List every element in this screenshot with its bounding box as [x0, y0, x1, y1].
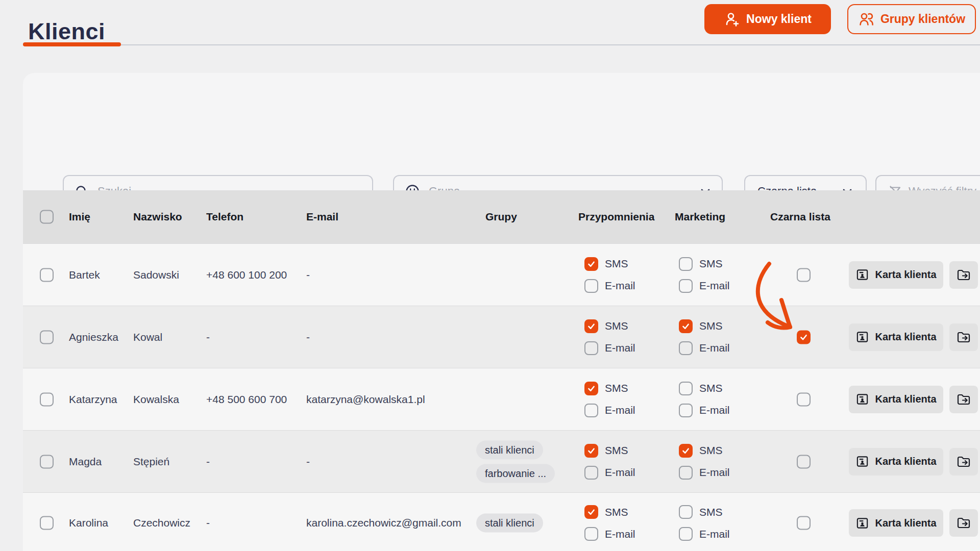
group-pill: stali klienci — [476, 440, 543, 459]
move-to-group-button[interactable] — [949, 448, 978, 475]
client-card-button-label: Karta klienta — [875, 331, 936, 343]
contact-card-icon — [855, 268, 869, 282]
blacklist-checkbox[interactable] — [797, 455, 811, 468]
col-marketing: Marketing — [675, 211, 725, 223]
col-first-name: Imię — [69, 211, 90, 223]
first-name-cell: Magda — [69, 456, 102, 468]
last-name-cell: Sadowski — [133, 269, 179, 281]
last-name-cell: Kowal — [133, 331, 162, 343]
marketing-cell: SMS E-mail — [679, 319, 730, 355]
reminders-sms-checkbox[interactable] — [584, 257, 598, 271]
last-name-cell: Kowalska — [133, 393, 179, 406]
row-select-checkbox[interactable] — [40, 516, 54, 530]
row-select-checkbox[interactable] — [40, 392, 54, 406]
reminders-sms-checkbox[interactable] — [584, 319, 598, 333]
client-card-button[interactable]: Karta klienta — [849, 261, 943, 289]
marketing-sms-checkbox[interactable] — [679, 382, 693, 395]
row-select-checkbox[interactable] — [40, 330, 54, 344]
first-name-cell: Agnieszka — [69, 331, 118, 343]
marketing-cell: SMS E-mail — [679, 505, 730, 541]
marketing-sms-checkbox[interactable] — [679, 444, 693, 458]
col-email: E-mail — [306, 211, 338, 223]
reminders-sms-checkbox[interactable] — [584, 505, 598, 519]
phone-cell: - — [206, 456, 210, 468]
marketing-sms-checkbox[interactable] — [679, 319, 693, 333]
page-title: Klienci — [28, 18, 105, 45]
email-cell: - — [306, 331, 310, 343]
table-row: Karolina Czechowicz - karolina.czechowic… — [23, 492, 980, 551]
reminders-cell: SMS E-mail — [584, 257, 635, 293]
col-groups: Grupy — [485, 211, 517, 223]
title-divider-accent — [23, 42, 121, 46]
marketing-cell: SMS E-mail — [679, 382, 730, 417]
phone-cell: +48 600 100 200 — [206, 269, 287, 281]
reminders-sms-checkbox[interactable] — [584, 444, 598, 458]
marketing-cell: SMS E-mail — [679, 444, 730, 480]
sms-label: SMS — [699, 258, 723, 270]
marketing-sms-checkbox[interactable] — [679, 505, 693, 519]
email-cell: - — [306, 456, 310, 468]
person-add-icon — [724, 11, 740, 28]
reminders-email-checkbox[interactable] — [584, 279, 598, 293]
email-cell: karolina.czechowicz@gmail.com — [306, 517, 461, 529]
client-card-button[interactable]: Karta klienta — [849, 323, 943, 351]
marketing-email-checkbox[interactable] — [679, 341, 693, 355]
new-client-button[interactable]: Nowy klient — [704, 4, 831, 34]
client-groups-label: Grupy klientów — [880, 12, 965, 26]
contact-card-icon — [855, 392, 869, 406]
sms-label: SMS — [605, 258, 628, 270]
group-pill: stali klienci — [476, 514, 543, 533]
clients-page: Klienci Nowy klient Grupy klientów Szuka… — [0, 0, 980, 551]
move-to-group-button[interactable] — [949, 509, 978, 537]
reminders-email-checkbox[interactable] — [584, 341, 598, 355]
client-card-button[interactable]: Karta klienta — [849, 448, 943, 475]
email-label: E-mail — [699, 466, 730, 479]
table-row: Magda Stępień - - stali kliencifarbowani… — [23, 430, 980, 492]
col-reminders: Przypomnienia — [578, 211, 654, 223]
folder-move-icon — [956, 267, 971, 283]
client-card-button[interactable]: Karta klienta — [849, 386, 943, 413]
reminders-cell: SMS E-mail — [584, 505, 635, 541]
marketing-email-checkbox[interactable] — [679, 527, 693, 541]
client-card-button[interactable]: Karta klienta — [849, 509, 943, 537]
client-groups-button[interactable]: Grupy klientów — [847, 4, 976, 34]
people-icon — [858, 11, 874, 28]
client-card-button-label: Karta klienta — [875, 456, 936, 467]
reminders-cell: SMS E-mail — [584, 319, 635, 355]
reminders-cell: SMS E-mail — [584, 444, 635, 480]
blacklist-checkbox[interactable] — [797, 268, 811, 282]
reminders-email-checkbox[interactable] — [584, 527, 598, 541]
email-label: E-mail — [699, 342, 730, 354]
client-card-button-label: Karta klienta — [875, 269, 936, 281]
move-to-group-button[interactable] — [949, 261, 978, 289]
marketing-cell: SMS E-mail — [679, 257, 730, 293]
marketing-sms-checkbox[interactable] — [679, 257, 693, 271]
reminders-email-checkbox[interactable] — [584, 466, 598, 480]
row-select-checkbox[interactable] — [40, 455, 54, 468]
row-select-checkbox[interactable] — [40, 268, 54, 282]
blacklist-checkbox[interactable] — [797, 330, 811, 344]
new-client-label: Nowy klient — [746, 12, 812, 26]
marketing-email-checkbox[interactable] — [679, 279, 693, 293]
move-to-group-button[interactable] — [949, 386, 978, 413]
marketing-email-checkbox[interactable] — [679, 466, 693, 480]
email-label: E-mail — [605, 342, 635, 354]
contact-card-icon — [855, 330, 869, 344]
phone-cell: - — [206, 331, 210, 343]
blacklist-checkbox[interactable] — [797, 516, 811, 530]
move-to-group-button[interactable] — [949, 323, 978, 351]
email-cell: - — [306, 269, 310, 281]
email-label: E-mail — [605, 280, 635, 292]
select-all-checkbox[interactable] — [40, 210, 54, 224]
reminders-cell: SMS E-mail — [584, 382, 635, 417]
folder-move-icon — [956, 392, 971, 407]
col-phone: Telefon — [206, 211, 243, 223]
col-last-name: Nazwisko — [133, 211, 182, 223]
last-name-cell: Czechowicz — [133, 517, 190, 529]
reminders-sms-checkbox[interactable] — [584, 382, 598, 395]
blacklist-checkbox[interactable] — [797, 392, 811, 406]
table-row: Katarzyna Kowalska +48 500 600 700 katar… — [23, 368, 980, 430]
title-divider — [23, 44, 980, 45]
marketing-email-checkbox[interactable] — [679, 404, 693, 417]
reminders-email-checkbox[interactable] — [584, 404, 598, 417]
